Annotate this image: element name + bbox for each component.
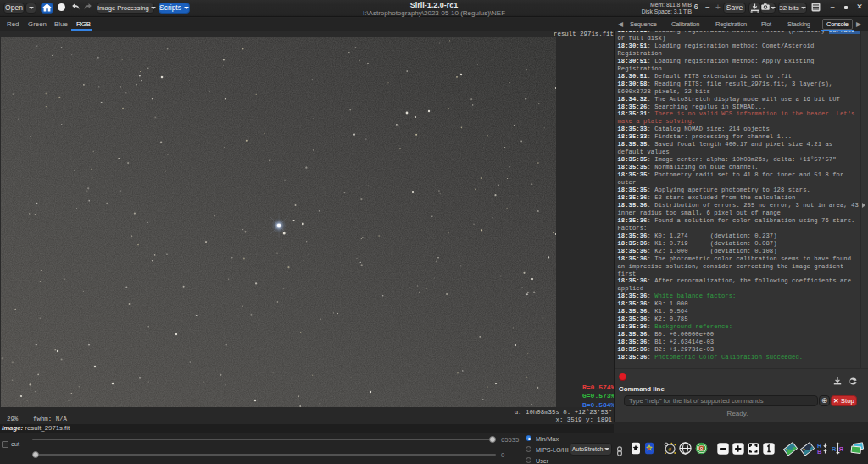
svg-text:R: R <box>838 445 843 453</box>
svg-text:B: B <box>817 448 822 455</box>
svg-text:R: R <box>832 445 837 453</box>
svg-text:σ: σ <box>668 445 671 453</box>
